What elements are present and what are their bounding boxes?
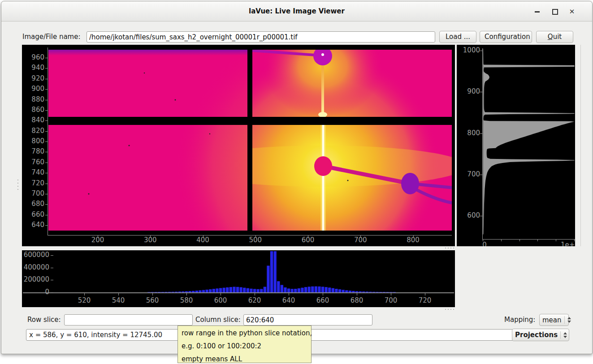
y-tick [45,173,48,173]
row-slice-input[interactable] [64,314,193,325]
file-name-label: Image/File name: [22,31,81,43]
tooltip-line: empty means ALL [182,353,307,364]
x-axis-line [48,235,452,236]
x-tick [323,293,323,295]
axis-tick-label: 600 [459,211,480,219]
y-tick [45,225,48,226]
y-tick [480,216,483,216]
close-button[interactable]: ✕ [567,7,577,17]
axis-tick-label: 960 [24,53,44,61]
file-name-input[interactable] [87,31,435,43]
x-tick [574,239,575,241]
x-tick [118,293,119,295]
y-tick [45,215,48,215]
axis-tick-label: 920 [24,74,44,82]
spinner-arrows-icon [560,331,567,339]
y-tick [480,92,483,92]
column-slice-input[interactable] [243,314,372,325]
axis-tick-label: 860 [24,106,44,114]
app-window: laVue: Live Image Viewer ✕ Image/File na… [1,1,593,354]
axis-tick-label: 680 [346,296,368,304]
row-slice-label: Row slice: [27,314,61,326]
row-slice-tooltip: row range in the python slice notation, … [177,325,312,363]
zero-line [23,292,454,293]
y-tick [45,194,48,194]
detector-image[interactable] [48,46,452,231]
x-tick [413,235,414,238]
column-histogram-svg [55,251,454,292]
axis-tick-label: 400000 [22,263,49,271]
y-tick [51,268,53,268]
axis-tick-label: 760 [24,158,44,166]
y-tick [45,120,48,121]
configuration-button[interactable]: Configuration [480,31,532,43]
axis-tick-label: 660 [312,296,334,304]
detector-image-svg [48,46,452,231]
column-histogram-panel[interactable]: 0200000400000600000520540560580600620640… [22,250,455,307]
x-tick [152,293,153,295]
close-icon: ✕ [569,8,575,16]
axis-tick-label: 1000 [459,46,480,54]
y-tick [45,100,48,100]
axis-tick-label: 820 [24,127,44,135]
x-tick [186,293,187,295]
axis-tick-label: 740 [24,168,44,176]
y-tick [51,255,53,256]
x-tick [308,235,308,238]
axis-tick-label: 800 [459,129,480,137]
mapping-combobox[interactable]: mean [539,314,569,326]
splitter-right[interactable] [580,45,581,246]
row-profile-panel[interactable]: 100090080070060001e+0 [457,45,575,246]
y-tick [45,184,48,184]
tooltip-line: e.g. 0:100 or 100:200:2 [182,340,307,353]
quit-button[interactable]: Quit [536,31,573,43]
y-tick [45,58,48,58]
x-tick [221,293,221,295]
x-tick [255,235,256,238]
x-tick [255,293,255,295]
minimize-button[interactable] [532,7,542,17]
image-plot-panel[interactable]: 9609409209008808608408208007807607407207… [22,45,455,246]
x-tick [289,293,289,295]
axis-tick-label: 900 [24,85,44,93]
y-tick [51,280,53,280]
axis-tick-label: 700 [380,296,402,304]
y-tick [480,51,483,51]
y-tick [480,175,483,175]
window-title: laVue: Live Image Viewer [1,1,592,21]
axis-tick-label: 660 [24,210,44,218]
x-tick [98,235,98,238]
axis-tick-label: 1e+0 [561,241,575,246]
axis-tick-label: 0 [480,241,489,246]
axis-tick-label: 200000 [22,275,49,283]
x-tick [150,235,151,238]
x-tick [483,239,483,241]
axis-tick-label: 800 [24,137,44,145]
y-tick [45,141,48,142]
axis-tick-label: 640 [277,296,300,304]
axis-tick-label: 0 [22,288,49,296]
axis-tick-label: 560 [141,296,164,304]
x-tick [425,293,425,295]
x-tick [556,239,556,241]
maximize-button[interactable] [550,7,560,17]
y-tick [45,110,48,111]
minimize-icon [535,11,540,13]
projections-combobox[interactable]: Projections [512,329,569,341]
x-tick [203,235,203,238]
axis-tick-label: 940 [24,64,44,72]
y-tick [45,89,48,90]
axis-tick-label: 580 [175,296,198,304]
x-tick [519,239,520,241]
spinner-arrows-icon [564,316,571,324]
y-tick [45,204,48,205]
y-tick [45,131,48,132]
x-tick [84,293,85,295]
x-tick [537,239,538,241]
axis-tick-label: 720 [24,179,44,187]
x-tick [357,293,357,295]
column-slice-label: Column slice: [195,314,241,326]
y-tick [480,133,483,134]
titlebar[interactable]: laVue: Live Image Viewer ✕ [1,1,592,21]
load-button[interactable]: Load ... [439,31,476,43]
